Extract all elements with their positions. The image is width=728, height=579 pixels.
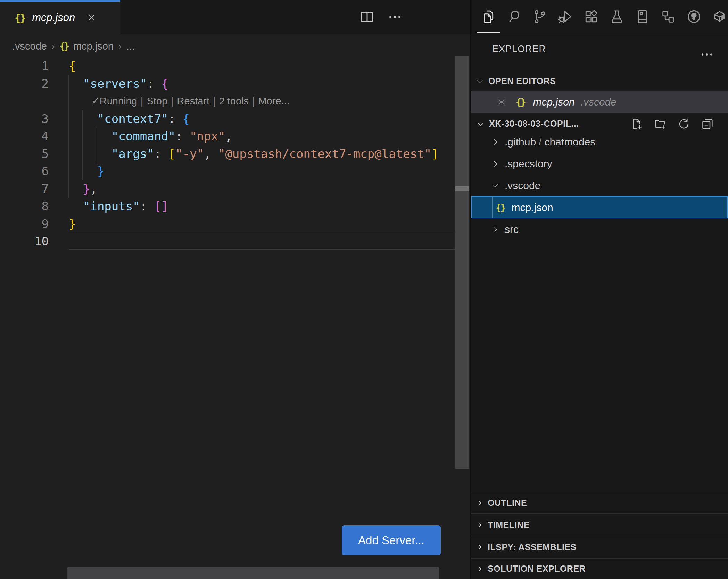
code-token: "servers": [83, 77, 147, 91]
activity-item-explorer[interactable]: [481, 9, 497, 25]
code-token: {: [183, 112, 190, 126]
code-editor[interactable]: 1{2"servers": {✓Running|Stop|Restart|2 t…: [0, 56, 470, 566]
new-folder-button[interactable]: [653, 117, 667, 131]
tree-item-specstory[interactable]: .specstory: [471, 153, 728, 175]
tree-item-vscode[interactable]: .vscode: [471, 175, 728, 196]
activity-item-remote-window[interactable]: [635, 9, 651, 25]
refresh-button[interactable]: [677, 117, 691, 131]
code-token: "npx": [190, 129, 225, 143]
new-folder-icon: [653, 117, 667, 131]
chevron-right-icon: [475, 565, 484, 573]
close-icon[interactable]: [86, 12, 97, 23]
code-line-text: "context7": {: [69, 110, 190, 128]
code-token: }: [83, 182, 90, 196]
run-debug-icon: [557, 9, 573, 25]
code-token: :: [154, 147, 168, 161]
breadcrumb-file[interactable]: mcp.json: [73, 41, 114, 52]
search-icon: [506, 9, 522, 25]
json-file-icon: {}: [15, 12, 25, 24]
chevron-down-icon: [475, 119, 485, 129]
breadcrumb-folder[interactable]: .vscode: [12, 41, 47, 52]
more-actions-icon[interactable]: [699, 47, 714, 62]
vscode-window: {} mcp.json .vscode › {} mcp.json › ... …: [0, 0, 728, 579]
more-actions-icon[interactable]: [387, 9, 403, 25]
section-outline[interactable]: OUTLINE: [471, 492, 728, 513]
add-server-button[interactable]: Add Server...: [342, 525, 441, 555]
code-token: {: [161, 77, 168, 91]
code-token: :: [147, 77, 161, 91]
overview-ruler-cursor-marker: [455, 186, 469, 191]
tree-item-src[interactable]: src: [471, 218, 728, 240]
close-icon[interactable]: [497, 98, 506, 107]
open-editor-item[interactable]: {}mcp.json.vscode: [471, 91, 728, 113]
activity-item-hierarchy[interactable]: [660, 9, 676, 25]
close-icon[interactable]: [497, 98, 506, 107]
codelens-command[interactable]: ✓Running: [91, 95, 137, 107]
codelens-command[interactable]: Restart: [177, 95, 209, 107]
chevron-down-icon: [475, 77, 485, 86]
code-line-3: 3"context7": {: [0, 110, 455, 128]
tree-item-label: .github/chatmodes: [505, 136, 595, 148]
activity-item-extensions[interactable]: [583, 9, 599, 25]
extensions-icon: [583, 9, 599, 25]
line-number: 9: [0, 215, 49, 233]
chevron-right-icon: [475, 543, 484, 551]
workspace-label: XK-30-08-03-COPIL...: [489, 119, 579, 129]
section-timeline[interactable]: TIMELINE: [471, 513, 728, 536]
codelens-separator: |: [209, 95, 219, 107]
chevron-down-icon: [475, 77, 485, 86]
activity-bar: [471, 0, 728, 34]
tree-item-label: mcp.json: [512, 202, 553, 213]
vertical-scrollbar[interactable]: [455, 56, 469, 469]
code-line-text: }: [69, 215, 76, 233]
code-token: ,: [204, 147, 218, 161]
tree-item-label: .specstory: [505, 158, 552, 170]
tree-item-label: .vscode: [505, 180, 540, 192]
code-token: "args": [111, 147, 154, 161]
codelens-command[interactable]: 2 tools: [219, 95, 249, 107]
sidebar: EXPLORER OPEN EDITORS {}mcp.json.vscode …: [470, 0, 728, 579]
tree-indent-guide: [492, 197, 493, 218]
activity-item-source-control[interactable]: [532, 9, 548, 25]
chevron-right-icon: [491, 159, 500, 168]
code-token: }: [69, 217, 76, 231]
code-token: [: [168, 147, 175, 161]
activity-item-container[interactable]: [712, 9, 728, 25]
code-line-2: 2"servers": {: [0, 75, 455, 93]
activity-item-run-debug[interactable]: [557, 9, 573, 25]
section-solution-explorer[interactable]: SOLUTION EXPLORER: [471, 558, 728, 579]
breadcrumb-symbol[interactable]: ...: [126, 41, 135, 52]
code-token: ,: [90, 182, 97, 196]
section-label: SOLUTION EXPLORER: [488, 564, 586, 574]
new-file-button[interactable]: [630, 117, 644, 131]
collapse-all-button[interactable]: [701, 117, 714, 131]
refresh-icon: [677, 117, 691, 131]
split-editor-icon[interactable]: [359, 9, 375, 25]
codelens-command[interactable]: Stop: [147, 95, 167, 107]
code-token: :: [175, 129, 190, 143]
section-ilspy-assemblies[interactable]: ILSPY: ASSEMBLIES: [471, 536, 728, 558]
split-editor-icon[interactable]: [359, 9, 375, 25]
new-file-icon: [630, 117, 644, 131]
code-line-text: }: [69, 162, 104, 180]
close-icon[interactable]: [86, 12, 97, 23]
tree-item-mcp.json[interactable]: {}mcp.json: [471, 196, 728, 218]
horizontal-scrollbar[interactable]: [67, 567, 439, 579]
code-line-text: "command": "npx",: [69, 127, 232, 145]
more-actions-icon[interactable]: [699, 47, 714, 62]
open-editors-header[interactable]: OPEN EDITORS: [471, 71, 728, 91]
activity-item-search[interactable]: [506, 9, 522, 25]
tree-item-github[interactable]: .github/chatmodes: [471, 131, 728, 153]
more-actions-icon[interactable]: [387, 9, 403, 25]
activity-item-github[interactable]: [686, 9, 702, 25]
chevron-right-icon: [491, 159, 500, 168]
codelens-command[interactable]: More...: [258, 95, 290, 107]
tab-mcp-json[interactable]: {} mcp.json: [0, 0, 120, 34]
code-token: :: [140, 199, 154, 213]
code-line-text: "inputs": []: [69, 198, 168, 215]
code-token: :: [168, 112, 183, 126]
line-number: 3: [0, 110, 49, 128]
activity-item-testing[interactable]: [609, 9, 625, 25]
code-token: {: [69, 59, 76, 73]
chevron-down-icon: [475, 119, 485, 129]
